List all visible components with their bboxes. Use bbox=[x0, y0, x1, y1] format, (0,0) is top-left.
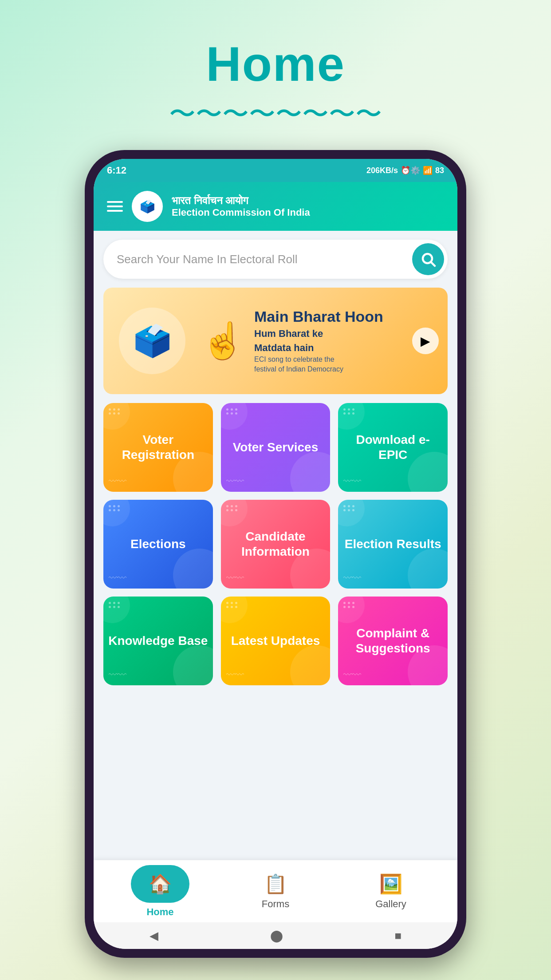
candidate-information-label: Candidate Information bbox=[221, 525, 331, 563]
hamburger-menu[interactable] bbox=[107, 201, 123, 212]
battery-icon: 📶 bbox=[423, 166, 433, 175]
download-epic-label: Download e-EPIC bbox=[338, 428, 448, 466]
search-button[interactable] bbox=[412, 243, 444, 275]
nav-item-gallery[interactable]: 🖼️ Gallery bbox=[355, 873, 426, 910]
gallery-label: Gallery bbox=[375, 898, 406, 910]
banner-sub-text2: Matdata hain bbox=[254, 342, 403, 354]
banner-left: 🗳️ bbox=[112, 308, 192, 374]
grid-item-election-results[interactable]: Election Results 〰〰 bbox=[338, 500, 448, 589]
search-icon bbox=[420, 251, 436, 267]
complaints-label: Complaint & Suggestions bbox=[338, 621, 448, 660]
signal-icon: ⏰⚙️ bbox=[401, 166, 420, 175]
latest-updates-label: Latest Updates bbox=[227, 629, 325, 653]
phone-frame: 6:12 206KB/s ⏰⚙️ 📶 83 🗳️ भारत निर्वाचन आ… bbox=[85, 150, 466, 958]
logo-icon: 🗳️ bbox=[140, 199, 155, 214]
page-title: Home bbox=[206, 36, 345, 92]
voter-registration-label: Voter Registration bbox=[103, 428, 213, 466]
home-icon: 🏠 bbox=[149, 873, 172, 894]
grid-item-download-epic[interactable]: Download e-EPIC 〰〰 bbox=[338, 403, 448, 492]
network-speed: 206KB/s bbox=[366, 166, 398, 175]
battery-level: 83 bbox=[435, 166, 444, 175]
play-button[interactable]: ▶ bbox=[412, 328, 439, 354]
grid-item-latest-updates[interactable]: Latest Updates 〰〰 bbox=[221, 597, 331, 685]
android-recent-icon[interactable]: ■ bbox=[394, 929, 401, 943]
elections-label: Elections bbox=[126, 532, 190, 556]
app-logo: 🗳️ bbox=[132, 191, 163, 222]
decorative-divider: 〜〜〜〜〜〜〜〜 bbox=[169, 96, 382, 132]
forms-icon: 📋 bbox=[264, 873, 287, 895]
grid-container: Voter Registration 〰〰 Voter Services 〰〰 … bbox=[103, 403, 448, 685]
home-icon-bg: 🏠 bbox=[131, 865, 189, 903]
phone-screen: 6:12 206KB/s ⏰⚙️ 📶 83 🗳️ भारत निर्वाचन आ… bbox=[94, 159, 457, 949]
knowledge-base-label: Knowledge Base bbox=[104, 629, 212, 653]
search-bar: Search Your Name In Electoral Roll bbox=[103, 240, 448, 279]
banner-hand: ☝️ bbox=[201, 323, 245, 359]
android-back-icon[interactable]: ◀ bbox=[150, 929, 158, 943]
grid-item-voter-services[interactable]: Voter Services 〰〰 bbox=[221, 403, 331, 492]
app-title-hindi: भारत निर्वाचन आयोग bbox=[172, 194, 310, 207]
bottom-nav: 🏠 Home 📋 Forms 🖼️ Gallery bbox=[94, 860, 457, 922]
status-bar: 6:12 206KB/s ⏰⚙️ 📶 83 bbox=[94, 159, 457, 182]
main-content: Search Your Name In Electoral Roll 🗳️ ☝️… bbox=[94, 231, 457, 860]
banner-main-text: Main Bharat Hoon bbox=[254, 308, 403, 325]
grid-item-knowledge-base[interactable]: Knowledge Base 〰〰 bbox=[103, 597, 213, 685]
search-placeholder: Search Your Name In Electoral Roll bbox=[117, 253, 298, 266]
election-results-label: Election Results bbox=[340, 532, 446, 556]
forms-label: Forms bbox=[262, 898, 289, 910]
banner-description2: festival of Indian Democracy bbox=[254, 365, 403, 373]
svg-line-1 bbox=[431, 262, 435, 266]
voter-services-label: Voter Services bbox=[228, 435, 323, 459]
android-nav-bar: ◀ ⬤ ■ bbox=[94, 922, 457, 949]
banner-emblem: 🗳️ bbox=[119, 308, 185, 374]
banner-sub-text: Hum Bharat ke bbox=[254, 328, 403, 340]
grid-item-candidate-information[interactable]: Candidate Information 〰〰 bbox=[221, 500, 331, 589]
gallery-icon: 🖼️ bbox=[379, 873, 402, 895]
nav-item-home[interactable]: 🏠 Home bbox=[125, 865, 196, 918]
grid-item-elections[interactable]: Elections 〰〰 bbox=[103, 500, 213, 589]
grid-item-complaints[interactable]: Complaint & Suggestions 〰〰 bbox=[338, 597, 448, 685]
banner-description: ECI song to celebrate the bbox=[254, 356, 403, 364]
android-home-icon[interactable]: ⬤ bbox=[270, 929, 283, 943]
nav-item-forms[interactable]: 📋 Forms bbox=[240, 873, 311, 910]
grid-item-voter-registration[interactable]: Voter Registration 〰〰 bbox=[103, 403, 213, 492]
app-title-group: भारत निर्वाचन आयोग Election Commission O… bbox=[172, 194, 310, 218]
app-header: 🗳️ भारत निर्वाचन आयोग Election Commissio… bbox=[94, 182, 457, 231]
promo-banner[interactable]: 🗳️ ☝️ Main Bharat Hoon Hum Bharat ke Mat… bbox=[103, 288, 448, 394]
banner-text-area: Main Bharat Hoon Hum Bharat ke Matdata h… bbox=[254, 308, 403, 373]
home-label: Home bbox=[146, 906, 173, 918]
status-time: 6:12 bbox=[107, 165, 126, 176]
app-title-english: Election Commission Of India bbox=[172, 207, 310, 218]
status-right: 206KB/s ⏰⚙️ 📶 83 bbox=[366, 166, 444, 175]
